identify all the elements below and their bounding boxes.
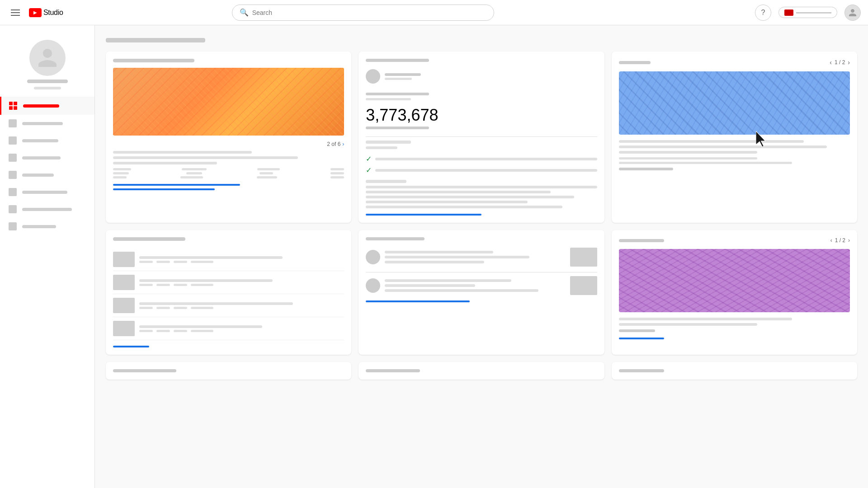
list-content-2 bbox=[139, 279, 344, 286]
multi-line bbox=[619, 157, 850, 164]
check-row-2: ✓ bbox=[366, 166, 597, 174]
lm-1b bbox=[156, 261, 170, 263]
list-progress-wrap bbox=[113, 346, 344, 347]
lm-1a bbox=[139, 261, 153, 263]
c6-bar-2 bbox=[619, 323, 758, 326]
card-header bbox=[366, 59, 429, 62]
avatar-name bbox=[385, 73, 421, 76]
avatar-sub bbox=[385, 78, 412, 80]
sub-bar bbox=[366, 146, 397, 149]
metric-label-9 bbox=[257, 176, 277, 178]
extra-section bbox=[366, 180, 597, 208]
metric-label-6 bbox=[259, 172, 273, 174]
card-6-progress-wrap bbox=[619, 338, 850, 339]
lm-4a bbox=[139, 330, 153, 332]
card-6-nav-label bbox=[619, 239, 664, 242]
card-title bbox=[113, 59, 194, 62]
avatar-button[interactable] bbox=[844, 5, 861, 21]
ml-2 bbox=[619, 162, 792, 164]
card-6-short-bar bbox=[619, 329, 655, 332]
list-item-4 bbox=[113, 317, 344, 340]
prev-arrow[interactable]: ‹ bbox=[830, 59, 832, 66]
card-stats: 3,773,678 ✓ ✓ bbox=[359, 52, 604, 223]
card-list bbox=[106, 230, 351, 355]
progress-bars bbox=[113, 184, 344, 190]
sidebar-item-5[interactable] bbox=[0, 166, 94, 183]
main-content: 2 of 6 › bbox=[95, 25, 868, 488]
card-6-next-arrow[interactable]: › bbox=[848, 237, 850, 244]
bottom-title-2 bbox=[366, 369, 420, 372]
lm-2d bbox=[191, 284, 213, 286]
list-metrics-4 bbox=[139, 330, 344, 332]
metric-label-8 bbox=[180, 176, 203, 178]
sidebar-channel-name bbox=[27, 80, 68, 83]
ct-2b bbox=[385, 284, 475, 287]
sidebar-item-6[interactable] bbox=[0, 183, 94, 201]
nav-controls: ‹ 1 / 2 › bbox=[830, 59, 850, 66]
card-6-nav-controls: ‹ 1 / 2 › bbox=[830, 237, 850, 244]
next-arrow[interactable]: › bbox=[848, 59, 850, 66]
lm-3a bbox=[139, 307, 153, 309]
list-item-3 bbox=[113, 294, 344, 317]
nav-icon-8 bbox=[9, 222, 17, 230]
comment-thumb-1 bbox=[570, 248, 597, 267]
check-row-1: ✓ bbox=[366, 155, 597, 163]
c-bar-3 bbox=[619, 151, 758, 154]
flag-icon bbox=[784, 9, 793, 16]
card-purple-thumb: ‹ 1 / 2 › bbox=[612, 230, 857, 355]
nav-label-2 bbox=[22, 122, 63, 125]
page-header bbox=[106, 33, 857, 48]
flag-button[interactable]: —————— bbox=[778, 7, 837, 18]
m-bar-3 bbox=[366, 196, 574, 198]
comment-text-2 bbox=[385, 279, 565, 292]
next-page-button[interactable]: › bbox=[342, 141, 344, 147]
dashboard-icon bbox=[9, 101, 18, 110]
header-left: Studio bbox=[7, 6, 98, 19]
search-icon: 🔍 bbox=[240, 8, 249, 17]
card-6-nav-counter: 1 / 2 bbox=[835, 237, 845, 244]
nav-counter: 1 / 2 bbox=[835, 59, 845, 66]
metric-label-5 bbox=[186, 172, 202, 174]
nav-label-5 bbox=[22, 174, 54, 177]
avatar-text bbox=[385, 73, 421, 80]
metric-label-2 bbox=[182, 168, 207, 170]
card-blue-thumb: ‹ 1 / 2 › bbox=[612, 52, 857, 223]
stat-number: 3,773,678 bbox=[366, 106, 597, 125]
sidebar-item-2[interactable] bbox=[0, 115, 94, 132]
help-button[interactable]: ? bbox=[755, 5, 771, 21]
card-6-prev-arrow[interactable]: ‹ bbox=[830, 237, 832, 244]
sidebar-item-8[interactable] bbox=[0, 218, 94, 235]
lm-2a bbox=[139, 284, 153, 286]
nav-label bbox=[619, 61, 651, 64]
cards-grid: 2 of 6 › bbox=[106, 52, 857, 380]
section-bar bbox=[366, 141, 411, 144]
studio-label: Studio bbox=[43, 9, 63, 17]
menu-button[interactable] bbox=[7, 6, 24, 19]
progress-bar-2 bbox=[113, 188, 215, 190]
sidebar-avatar bbox=[29, 40, 66, 76]
community-progress-wrap bbox=[366, 300, 597, 302]
comment-row-2 bbox=[366, 276, 597, 295]
card-bottom-3 bbox=[612, 362, 857, 380]
progress-wrap bbox=[366, 214, 597, 216]
sidebar-item-7[interactable] bbox=[0, 201, 94, 218]
search-bar[interactable]: 🔍 bbox=[232, 5, 494, 21]
extra-bar-1 bbox=[366, 180, 406, 183]
sidebar bbox=[0, 25, 95, 488]
progress-bar bbox=[366, 214, 481, 216]
purple-thumb-img bbox=[619, 249, 850, 312]
divider bbox=[366, 136, 597, 137]
nav-label-3 bbox=[22, 139, 58, 142]
list-item-2 bbox=[113, 271, 344, 294]
m-bar-5 bbox=[366, 206, 562, 208]
ct-1a bbox=[385, 251, 493, 253]
bottom-row bbox=[106, 362, 857, 380]
check-rows: ✓ ✓ bbox=[366, 155, 597, 174]
sidebar-item-3[interactable] bbox=[0, 132, 94, 149]
search-input[interactable] bbox=[252, 9, 486, 16]
sidebar-item-4[interactable] bbox=[0, 149, 94, 166]
list-thumb-4 bbox=[113, 321, 135, 336]
lm-4c bbox=[174, 330, 187, 332]
sidebar-item-dashboard[interactable] bbox=[0, 97, 94, 115]
comment-avatar-1 bbox=[366, 250, 380, 264]
